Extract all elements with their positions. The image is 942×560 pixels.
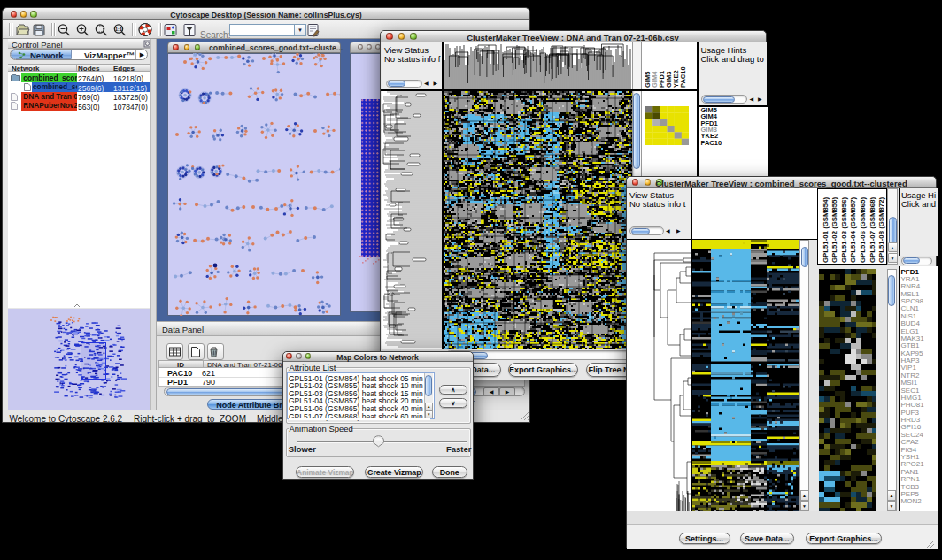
svg-text:1:1: 1:1 <box>115 27 122 32</box>
